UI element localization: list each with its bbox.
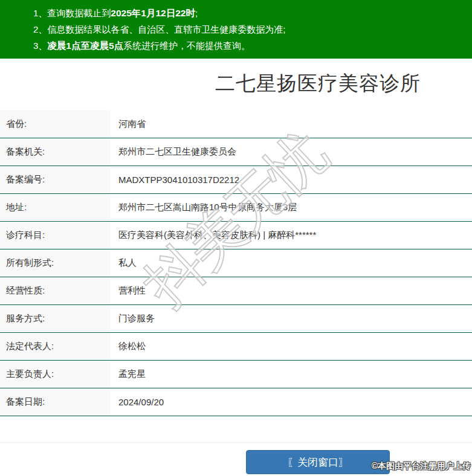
notice-3-suffix: 系统进行维护，不能提供查询。 [123, 40, 250, 51]
notice-3-bold: 凌晨1点至凌晨5点 [47, 40, 123, 51]
row-value: 河南省 [111, 111, 472, 138]
row-value: 营利性 [111, 277, 472, 304]
table-row-service-mode: 服务方式: 门诊服务 [0, 305, 472, 333]
table-row-filing-authority: 备案机关: 郑州市二七区卫生健康委员会 [0, 138, 472, 166]
row-label: 省份: [0, 111, 111, 138]
table-row-treatment-subjects: 诊疗科目: 医疗美容科(美容外科、美容皮肤科) | 麻醉科****** [0, 222, 472, 249]
row-label: 诊疗科目: [0, 222, 111, 249]
notice-line-1: 1、查询数据截止到2025年1月12日22时; [33, 5, 466, 21]
row-value: MADXTPP3041010317D2212 [111, 166, 472, 193]
notice-1-bold: 2025年1月12日22时 [111, 8, 195, 18]
row-value: 徐松松 [111, 333, 472, 360]
row-label: 法定代表人: [0, 333, 111, 360]
row-value: 私人 [111, 249, 472, 277]
row-label: 地址: [0, 194, 111, 221]
notice-line-2: 2、信息数据结果以各省、自治区、直辖市卫生健康委数据为准; [33, 21, 466, 37]
record-table: 省份: 河南省 备案机关: 郑州市二七区卫生健康委员会 备案编号: MADXTP… [0, 111, 472, 443]
row-value: 医疗美容科(美容外科、美容皮肤科) | 麻醉科****** [111, 222, 472, 249]
row-label: 备案机关: [0, 138, 111, 166]
row-label: 所有制形式: [0, 249, 111, 277]
copyright-stamp: ©本图由平台注册用户上传 [372, 461, 471, 472]
table-row-business-nature: 经营性质: 营利性 [0, 277, 472, 305]
table-row-filing-number: 备案编号: MADXTPP3041010317D2212 [0, 166, 472, 194]
table-row-empty [0, 416, 472, 443]
table-row-ownership-form: 所有制形式: 私人 [0, 249, 472, 277]
notice-1-suffix: ; [195, 8, 198, 18]
row-value: 孟宪星 [111, 361, 472, 388]
row-value: 郑州市二七区卫生健康委员会 [111, 138, 472, 166]
record-page: 1、查询数据截止到2025年1月12日22时; 2、信息数据结果以各省、自治区、… [0, 0, 472, 476]
close-window-button[interactable]: 〖关闭窗口〗 [246, 450, 390, 474]
table-row-address: 地址: 郑州市二七区嵩山南路10号中原商务大厦3层 [0, 194, 472, 222]
notice-1-text: 1、查询数据截止到 [33, 8, 111, 18]
row-label: 服务方式: [0, 305, 111, 332]
row-value: 郑州市二七区嵩山南路10号中原商务大厦3层 [111, 194, 472, 221]
row-value: 门诊服务 [111, 305, 472, 332]
notice-line-3: 3、凌晨1点至凌晨5点系统进行维护，不能提供查询。 [33, 37, 466, 54]
table-row-legal-representative: 法定代表人: 徐松松 [0, 333, 472, 361]
notice-3-text: 3、 [33, 40, 47, 51]
row-label: 备案编号: [0, 166, 111, 193]
row-value: 2024/09/20 [111, 388, 472, 416]
table-row-filing-date: 备案日期: 2024/09/20 [0, 388, 472, 416]
table-row-main-person-in-charge: 主要负责人: 孟宪星 [0, 361, 472, 388]
row-label: 主要负责人: [0, 361, 111, 388]
page-title: 二七星扬医疗美容诊所 [164, 70, 472, 97]
notice-2-text: 2、信息数据结果以各省、自治区、直辖市卫生健康委数据为准; [33, 24, 286, 34]
row-label: 备案日期: [0, 388, 111, 416]
notice-bar: 1、查询数据截止到2025年1月12日22时; 2、信息数据结果以各省、自治区、… [0, 0, 472, 59]
row-label: 经营性质: [0, 277, 111, 304]
table-row-province: 省份: 河南省 [0, 111, 472, 138]
